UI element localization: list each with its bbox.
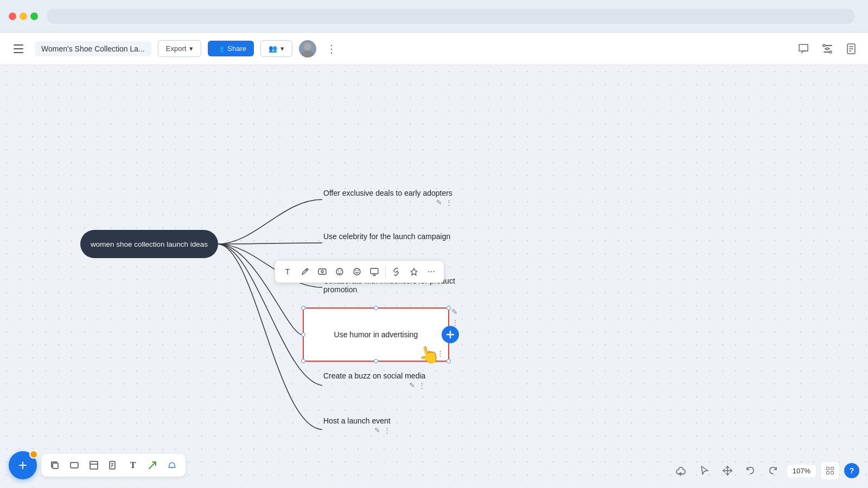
help-icon[interactable]: ? [844,463,859,478]
browser-titlebar [0,0,868,33]
edit-icon-6[interactable]: ✎ [374,426,380,434]
resize-middle-left[interactable] [301,332,305,337]
branch-text-5: Create a buzz on social media [323,371,425,380]
arrow-tool[interactable] [144,457,161,473]
svg-rect-26 [71,463,78,468]
node-edit-icon[interactable]: ✎ [427,349,433,357]
svg-point-5 [823,44,825,47]
more-icon-5[interactable]: ⋮ [418,381,425,389]
share-label: Share [227,44,246,53]
branch-item-2[interactable]: Use celebrity for the launch campaign [323,232,450,241]
resize-bottom-left[interactable] [301,359,305,363]
text-tool[interactable]: T [125,457,141,473]
floating-toolbar: T [275,260,444,283]
svg-point-7 [829,51,832,53]
bottom-toolbar: + [9,451,186,479]
more-icon-6[interactable]: ⋮ [384,426,391,434]
center-node-text: women shoe collection launch ideas [91,240,208,248]
ftb-text-icon[interactable]: T [279,264,296,280]
copy-tool[interactable] [47,457,63,473]
select-cursor-icon[interactable] [696,462,713,479]
ftb-pen-icon[interactable] [297,264,313,280]
app-header: Women's Shoe Collection La... Export ▾ 👥… [0,33,868,65]
resize-top-center[interactable] [374,306,378,310]
export-label: Export [166,44,187,53]
svg-rect-12 [318,269,326,274]
resize-bottom-center[interactable] [374,359,378,363]
resize-bottom-right[interactable] [446,359,451,363]
export-button[interactable]: Export ▾ [158,40,202,57]
fab-add-button[interactable]: + [9,451,37,479]
branch-item-6[interactable]: Host a launch event ✎ ⋮ [323,416,391,434]
node-float-edit-icon[interactable]: ✎ [451,307,459,316]
bell-tool[interactable] [164,457,180,473]
cloud-save-icon[interactable] [673,462,691,479]
ftb-link-icon[interactable] [388,264,405,280]
svg-rect-27 [90,461,98,469]
svg-rect-38 [831,467,834,470]
selected-node[interactable]: Use humor in advertising ✎ ⋮ [303,307,449,362]
fab-badge [29,450,38,459]
branch-actions-6: ✎ ⋮ [323,426,391,434]
collab-icon: 👥 [269,44,277,53]
svg-point-0 [304,43,311,50]
comment-icon[interactable] [795,41,812,57]
ftb-screen-icon[interactable] [366,264,382,280]
more-icon-1[interactable]: ⋮ [445,198,452,207]
branch-text-1: Offer exclusive deals to early adopters [323,189,452,197]
svg-rect-40 [831,472,834,474]
traffic-lights [9,12,38,20]
branch-item-1[interactable]: Offer exclusive deals to early adopters … [323,189,452,207]
share-button[interactable]: 👥 Share [208,41,254,56]
note-tool[interactable] [105,457,122,473]
branch-text-3b: promotion [323,285,455,294]
chevron-down-icon: ▾ [189,44,193,53]
ftb-emoji2-icon[interactable] [349,264,365,280]
add-node-button[interactable] [442,326,459,343]
collab-button[interactable]: 👥 ▾ [260,40,292,57]
branch-item-5[interactable]: Create a buzz on social media ✎ ⋮ [323,371,425,389]
canvas[interactable]: women shoe collection launch ideas Offer… [0,65,868,488]
address-bar[interactable] [47,9,855,24]
ftb-emoji-face-icon[interactable] [331,264,348,280]
node-inline-actions: ✎ ⋮ [427,349,444,357]
edit-icon-1[interactable]: ✎ [436,198,442,207]
resize-top-left[interactable] [301,306,305,310]
svg-point-14 [336,268,343,275]
svg-point-6 [826,48,828,50]
settings-icon[interactable] [819,41,835,57]
minimize-button[interactable] [20,12,27,20]
rectangle-tool[interactable] [66,457,82,473]
branch-text-2: Use celebrity for the launch campaign [323,232,450,241]
svg-point-15 [338,271,339,272]
move-icon[interactable] [719,462,736,479]
edit-icon-5[interactable]: ✎ [409,381,415,389]
branch-text-6: Host a launch event [323,416,391,425]
node-more-icon[interactable]: ⋮ [437,349,444,357]
more-button[interactable]: ⋮ [323,40,340,57]
grid-icon[interactable] [821,462,839,479]
selected-node-text: Use humor in advertising [334,330,418,339]
redo-icon[interactable] [764,462,782,479]
avatar[interactable] [299,40,316,57]
center-node[interactable]: women shoe collection launch ideas [80,230,218,258]
node-floating-actions: ✎ ⋮ [451,307,459,327]
undo-icon[interactable] [742,462,759,479]
resize-top-right[interactable] [446,306,451,310]
maximize-button[interactable] [30,12,38,20]
ftb-more-icon[interactable]: ⋯ [423,264,439,280]
node-float-more-icon[interactable]: ⋮ [451,318,459,327]
tool-group: T [41,454,186,477]
zoom-level[interactable]: 107% [787,465,816,477]
svg-rect-37 [827,467,829,470]
doc-title[interactable]: Women's Shoe Collection La... [35,41,151,56]
svg-rect-25 [53,463,58,468]
svg-rect-20 [371,268,378,274]
document-icon[interactable] [843,41,859,57]
menu-button[interactable] [9,39,28,59]
ftb-embed-icon[interactable] [314,264,330,280]
svg-point-19 [358,270,359,271]
ftb-shape-icon[interactable] [406,264,422,280]
close-button[interactable] [9,12,16,20]
sticky-tool[interactable] [86,457,102,473]
